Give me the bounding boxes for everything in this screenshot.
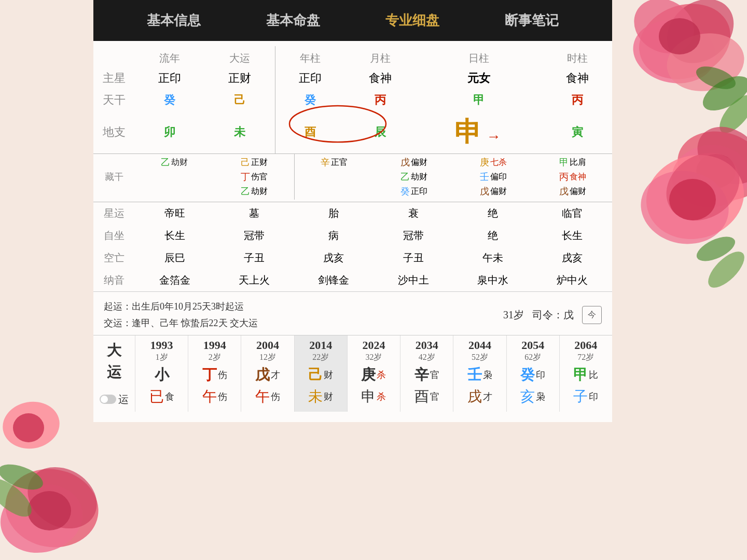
svg-point-19 xyxy=(0,462,105,555)
dayun-bottom-2014: 未 财 xyxy=(308,387,333,407)
svg-point-3 xyxy=(624,0,704,64)
dayun-year-2064: 2064 xyxy=(574,339,597,352)
dayun-toprole-2004: 才 xyxy=(271,369,280,381)
dayun-col-2034: 2034 42岁 辛 官 酉 官 xyxy=(400,335,453,412)
dizhi-nianzhu-char: 酉 xyxy=(305,124,316,140)
dizhi-row: 地支 卯 未 酉 辰 申 → xyxy=(93,111,612,153)
canggan-nianzhu-role1: 正官 xyxy=(331,157,348,168)
dayun-top-2044: 壬 枭 xyxy=(467,365,492,385)
label-kongwang: 空亡 xyxy=(93,247,135,269)
svg-point-14 xyxy=(635,164,735,250)
dayun-year-2044: 2044 xyxy=(468,339,491,352)
svg-point-0 xyxy=(628,0,741,92)
zhuxing-rizhu: 元女 xyxy=(415,67,542,89)
zuozuo-shizhu: 长生 xyxy=(533,225,612,247)
dayun-topchar-1993: 小 xyxy=(155,365,169,385)
canggan-liunian-char1: 乙 xyxy=(161,156,170,169)
label-nayin: 纳音 xyxy=(93,269,135,291)
main-table: 流年 大运 年柱 月柱 日柱 时柱 主星 正印 正财 正印 食神 元女 食神 天… xyxy=(93,46,612,153)
zuozuo-rizhu: 绝 xyxy=(453,225,532,247)
svg-point-15 xyxy=(653,139,747,234)
dayun-bottomchar-2004: 午 xyxy=(255,387,270,407)
age-display: 31岁 xyxy=(503,308,524,322)
kongwang-nianzhu: 戌亥 xyxy=(294,247,374,269)
dayun-label-col: 大 运 运 xyxy=(93,335,135,412)
dayun-col-2014: 2014 22岁 己 财 未 财 xyxy=(294,335,347,412)
qiyun-text: 起运：出生后0年10月25天3时起运 xyxy=(104,298,258,315)
dayun-col-1993: 1993 1岁 小 已 食 xyxy=(135,335,188,412)
canggan-shizhu-role2: 食神 xyxy=(570,172,586,183)
toggle-switch[interactable] xyxy=(100,395,116,404)
dayun-age-2034: 42岁 xyxy=(419,352,435,363)
canggan-yuezhu-char3: 癸 xyxy=(400,185,410,198)
canggan-rizhu-char3: 戊 xyxy=(480,185,489,198)
header-row: 流年 大运 年柱 月柱 日柱 时柱 xyxy=(93,46,612,67)
tiangan-yuezhu: 丙 xyxy=(345,89,415,111)
dayun-col-2044: 2044 52岁 壬 枭 戌 才 xyxy=(453,335,506,412)
dayun-bottom-1994: 午 伤 xyxy=(202,387,227,407)
dayun-bottomrole-2054: 枭 xyxy=(536,390,545,403)
nayin-dayun: 天上火 xyxy=(214,269,294,291)
nav-zhuanyexipan[interactable]: 专业细盘 xyxy=(375,9,450,32)
canggan-dayun-role2: 伤官 xyxy=(251,172,268,183)
dizhi-yuezhu-char: 辰 xyxy=(375,125,386,138)
xingyun-dayun: 墓 xyxy=(214,202,294,225)
dizhi-dayun: 未 xyxy=(204,111,275,153)
dayun-year-2004: 2004 xyxy=(256,339,279,352)
dayun-col-2064: 2064 72岁 甲 比 子 印 xyxy=(559,335,612,412)
svg-point-22 xyxy=(27,491,71,530)
tiangan-shizhu: 丙 xyxy=(543,89,613,111)
nayin-nianzhu: 剑锋金 xyxy=(294,269,374,291)
label-tiangan: 天干 xyxy=(93,89,135,111)
bottom-info-left: 起运：出生后0年10月25天3时起运 交运：逢甲、己年 惊蛰后22天 交大运 xyxy=(104,298,258,332)
dizhi-rizhu: 申 xyxy=(454,117,481,147)
zhuxing-nianzhu: 正印 xyxy=(275,67,345,89)
dayun-title-char1: 大 xyxy=(107,341,121,360)
dayun-bottom-2004: 午 伤 xyxy=(255,387,280,407)
svg-point-23 xyxy=(0,459,46,495)
today-badge[interactable]: 今 xyxy=(582,306,602,324)
kongwang-rizhu: 午未 xyxy=(453,247,532,269)
dayun-age-1993: 1岁 xyxy=(156,352,168,363)
dayun-section: 大 运 运 1993 1岁 小 xyxy=(93,335,612,417)
canggan-yuezhu-char2: 乙 xyxy=(400,171,410,183)
canggan-nianzhu: 辛 正官 xyxy=(294,154,374,200)
dizhi-yuezhu: 辰 xyxy=(345,111,415,153)
nav-jibenxinxi[interactable]: 基本信息 xyxy=(136,9,211,32)
svg-point-4 xyxy=(662,27,747,97)
canggan-table: 藏干 乙 劫财 己 正财 xyxy=(93,153,612,200)
dayun-age-2044: 52岁 xyxy=(472,352,488,363)
label-xingyun: 星运 xyxy=(93,202,135,225)
label-dizhi: 地支 xyxy=(93,111,135,153)
canggan-yuezhu: 戊 偏财 乙 劫财 癸 正印 xyxy=(374,154,453,200)
dayun-bottomrole-2064: 印 xyxy=(589,390,598,403)
nav-jibenmingpan[interactable]: 基本命盘 xyxy=(256,9,330,32)
dayun-topchar-2014: 己 xyxy=(308,365,323,385)
nayin-shizhu: 炉中火 xyxy=(533,269,612,291)
dayun-age-2024: 32岁 xyxy=(365,352,382,363)
dayun-toprole-2044: 枭 xyxy=(483,369,492,381)
dizhi-rizhu-cell: 申 → xyxy=(415,111,542,153)
dayun-topchar-2004: 戊 xyxy=(255,365,270,385)
dayun-age-2004: 12岁 xyxy=(259,352,276,363)
dayun-bottomchar-2044: 戌 xyxy=(467,387,482,407)
dayun-toprole-2014: 财 xyxy=(324,369,333,381)
dayun-age-2014: 22岁 xyxy=(312,352,329,363)
canggan-dayun: 己 正财 丁 伤官 乙 劫财 xyxy=(214,154,294,200)
dayun-bottomchar-2034: 酉 xyxy=(414,387,429,407)
dayun-topchar-2064: 甲 xyxy=(573,365,588,385)
dayun-col-2024: 2024 32岁 庚 杀 申 杀 xyxy=(347,335,400,412)
canggan-yuezhu-role1: 偏财 xyxy=(411,157,427,168)
top-nav: 基本信息 基本命盘 专业细盘 断事笔记 xyxy=(93,0,612,41)
canggan-shizhu-role1: 比肩 xyxy=(570,157,586,168)
siling-display: 司令：戊 xyxy=(532,308,574,322)
canggan-shizhu-char1: 甲 xyxy=(559,156,569,169)
dayun-bottom-1993: 已 食 xyxy=(149,387,174,407)
svg-point-24 xyxy=(0,472,37,523)
dayun-bottomrole-2014: 财 xyxy=(324,390,333,403)
dayun-toprole-2034: 官 xyxy=(430,369,439,381)
zhuxing-shizhu: 食神 xyxy=(543,67,613,89)
tiangan-row: 天干 癸 己 癸 丙 甲 丙 xyxy=(93,89,612,111)
header-shizhu: 时柱 xyxy=(543,46,613,67)
nav-duanshibibi[interactable]: 断事笔记 xyxy=(494,9,569,32)
